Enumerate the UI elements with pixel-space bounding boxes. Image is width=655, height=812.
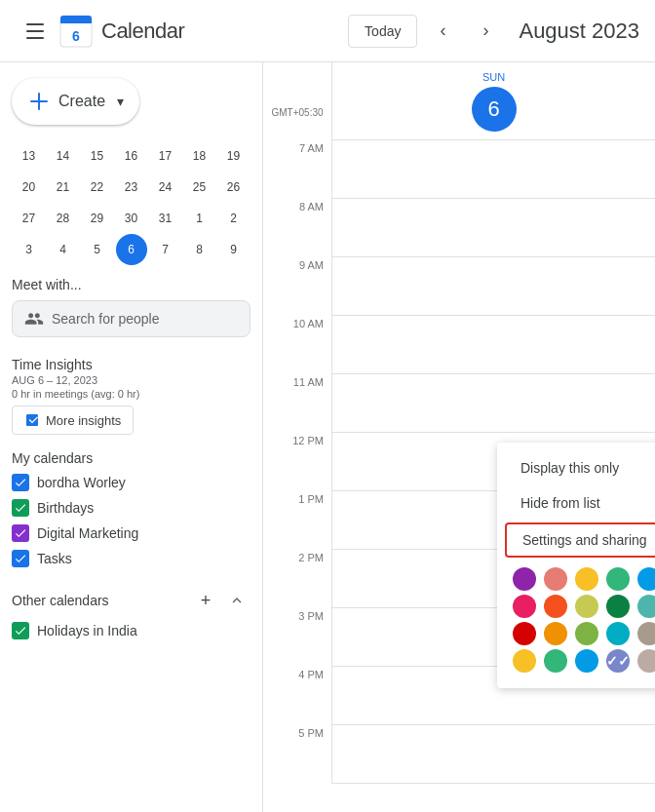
hour-slot[interactable] (332, 140, 655, 199)
color-dot-banana[interactable] (575, 567, 598, 591)
color-dot-red[interactable] (513, 622, 536, 645)
collapse-other-calendars-button[interactable] (223, 587, 250, 614)
create-label: Create (58, 93, 105, 110)
color-dot-tangerine[interactable] (544, 595, 567, 618)
svg-rect-2 (60, 20, 92, 23)
mini-cal-cell[interactable]: 28 (48, 203, 79, 234)
sidebar: Create ▾ 13 14 15 16 17 18 19 20 21 22 (0, 62, 263, 812)
color-dot-cyan[interactable] (606, 622, 630, 645)
color-dot-mocha[interactable] (637, 649, 655, 673)
calendar-checkbox-digital-marketing[interactable] (12, 524, 29, 542)
mini-cal-cell[interactable]: 24 (150, 172, 181, 203)
menu-button[interactable] (16, 12, 55, 51)
color-dot-sage[interactable] (606, 567, 630, 591)
mini-cal-row-2: 20 21 22 23 24 25 26 (12, 172, 250, 203)
create-button[interactable]: Create ▾ (12, 78, 139, 125)
settings-sharing-menu-item[interactable]: Settings and sharing (505, 522, 655, 558)
time-label-10am: 10 AM (263, 316, 331, 374)
more-insights-button[interactable]: More insights (12, 406, 134, 435)
mini-cal-cell[interactable]: 23 (116, 172, 147, 203)
calendar-item-tasks[interactable]: Tasks (12, 546, 250, 571)
mini-cal-cell[interactable]: 20 (14, 172, 45, 203)
color-dot-yellow[interactable] (513, 649, 536, 673)
mini-cal-cell[interactable]: 2 (218, 203, 250, 234)
header-date: August 2023 (519, 19, 639, 44)
calendar-checkbox-holidays[interactable] (12, 622, 29, 639)
mini-cal-cell[interactable]: 13 (14, 140, 45, 172)
next-button[interactable]: › (468, 14, 503, 49)
time-label-8am: 8 AM (263, 199, 331, 257)
other-calendars-title: Other calendars (12, 593, 109, 608)
day-header: SUN 6 (331, 62, 655, 140)
mini-cal-cell[interactable]: 8 (184, 234, 215, 265)
calendar-checkbox-tasks[interactable] (12, 550, 29, 567)
color-dot-orange[interactable] (544, 622, 567, 645)
mini-cal-cell[interactable]: 16 (116, 140, 147, 172)
hour-slot[interactable] (332, 316, 655, 374)
mini-cal-cell[interactable]: 15 (82, 140, 113, 172)
mini-cal-cell[interactable]: 25 (184, 172, 215, 203)
calendar-checkbox-birthdays[interactable] (12, 499, 29, 517)
today-button[interactable]: Today (348, 15, 417, 48)
day-number: 6 (472, 87, 517, 132)
insights-icon (24, 412, 40, 428)
calendar-item-holidays[interactable]: Holidays in India (12, 618, 250, 643)
calendar-item-birthdays[interactable]: Birthdays (12, 495, 250, 521)
mini-cal-cell[interactable]: 26 (218, 172, 250, 203)
search-people-input[interactable]: Search for people (12, 300, 250, 337)
mini-cal-cell[interactable]: 21 (48, 172, 79, 203)
mini-cal-cell[interactable]: 1 (184, 203, 215, 234)
insights-date: AUG 6 – 12, 2023 (12, 374, 250, 386)
mini-cal-today[interactable]: 6 (116, 234, 147, 265)
color-dot-tomato[interactable] (513, 595, 536, 618)
mini-cal-cell[interactable]: 31 (150, 203, 181, 234)
calendar-label-tasks: Tasks (37, 551, 72, 566)
calendar-item-digital-marketing[interactable]: Digital Marketing (12, 521, 250, 546)
time-label-4pm: 4 PM (263, 667, 331, 725)
color-dot-warm-gray[interactable] (637, 622, 655, 645)
color-dot-periwinkle[interactable]: ✓ (606, 649, 630, 673)
people-icon (24, 309, 44, 329)
mini-cal-cell[interactable]: 17 (150, 140, 181, 172)
gmt-label: GMT+05:30 (263, 107, 331, 118)
color-dot-grape[interactable] (513, 567, 536, 591)
color-dot-green[interactable] (575, 622, 598, 645)
color-dot-basil[interactable] (606, 595, 630, 618)
more-insights-label: More insights (46, 413, 121, 428)
mini-cal-cell[interactable]: 14 (48, 140, 79, 172)
color-dot-avocado[interactable] (575, 595, 598, 618)
mini-cal-cell[interactable]: 29 (82, 203, 113, 234)
mini-cal-cell[interactable]: 18 (184, 140, 215, 172)
mini-cal-cell[interactable]: 7 (150, 234, 181, 265)
prev-button[interactable]: ‹ (425, 14, 460, 49)
time-label-9am: 9 AM (263, 257, 331, 316)
color-dot-blue[interactable] (575, 649, 598, 673)
color-dot-flamingo[interactable] (544, 567, 567, 591)
hour-slot[interactable] (332, 725, 655, 784)
hour-slot[interactable] (332, 374, 655, 433)
mini-cal-cell[interactable]: 4 (48, 234, 79, 265)
color-dot-teal[interactable] (637, 595, 655, 618)
add-calendar-button[interactable]: + (192, 587, 219, 614)
meet-with-title: Meet with... (12, 277, 250, 292)
mini-cal-cell[interactable]: 30 (116, 203, 147, 234)
hide-from-list-menu-item[interactable]: Hide from list (497, 485, 655, 521)
mini-cal-cell[interactable]: 9 (218, 234, 250, 265)
time-label-12pm: 12 PM (263, 433, 331, 491)
color-dot-peacock[interactable] (637, 567, 655, 591)
display-only-menu-item[interactable]: Display this only (497, 450, 655, 485)
mini-cal-row-3: 27 28 29 30 31 1 2 (12, 203, 250, 234)
mini-cal-cell[interactable]: 5 (82, 234, 113, 265)
hour-slot[interactable] (332, 257, 655, 316)
mini-cal-cell[interactable]: 22 (82, 172, 113, 203)
color-dot-mint[interactable] (544, 649, 567, 673)
mini-cal-cell[interactable]: 27 (14, 203, 45, 234)
mini-cal-cell[interactable]: 19 (218, 140, 250, 172)
calendar-item-bordha[interactable]: bordha Worley (12, 470, 250, 495)
mini-cal-cell[interactable]: 3 (14, 234, 45, 265)
hour-slot[interactable] (332, 199, 655, 257)
other-cal-controls: + (192, 587, 250, 614)
insights-hours: 0 hr in meetings (avg: 0 hr) (12, 388, 250, 400)
calendar-label-bordha: bordha Worley (37, 475, 126, 490)
calendar-checkbox-bordha[interactable] (12, 474, 29, 491)
